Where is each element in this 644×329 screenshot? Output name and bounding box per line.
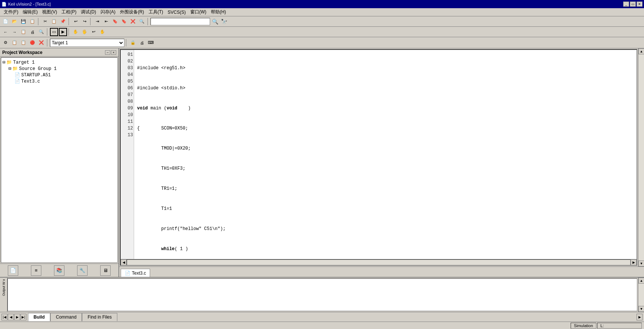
tb-remove-bm[interactable]: ❌	[129, 17, 137, 26]
tree-text3-file[interactable]: 📄 Text3.c	[3, 78, 116, 84]
panel-pin-button[interactable]: –	[105, 50, 110, 55]
ln-01: 01	[121, 51, 133, 58]
panel-btn-chip[interactable]: 🖥	[100, 265, 111, 276]
output-side: x Output W	[0, 278, 7, 312]
output-vscroll-track[interactable]	[638, 284, 644, 306]
tb-t3[interactable]: 📋	[19, 39, 28, 47]
tb-run[interactable]: ▶	[59, 28, 67, 36]
output-tab-build[interactable]: Build	[28, 313, 50, 321]
hscroll-left[interactable]: ◀	[121, 259, 127, 265]
panel-title-bar: Project Workspace – ×	[0, 48, 118, 57]
menu-edit[interactable]: 编辑(E)	[20, 8, 40, 16]
hscroll-track[interactable]	[127, 259, 631, 265]
tb-bookmark2[interactable]: 🔖	[120, 17, 128, 26]
tb-t7[interactable]: 🖨	[138, 39, 146, 47]
tb-paste[interactable]: 📌	[59, 17, 67, 26]
menu-debug[interactable]: 调试(D)	[79, 8, 98, 16]
tb-t6[interactable]: 🔒	[129, 39, 137, 47]
code-line-4: { SCON=0X50;	[137, 125, 634, 132]
editor-scroll-container: 01 02 03 04 05 06 07 08 09 10 11 12	[121, 50, 637, 259]
menu-svcs[interactable]: SVCS(S)	[165, 9, 188, 16]
output-tab-scroll-right[interactable]: ▶	[637, 314, 643, 320]
tree-text3-label: Text3.c	[21, 79, 40, 84]
tree-sg-label: Source Group 1	[19, 66, 57, 71]
maximize-button[interactable]: ▭	[630, 1, 636, 7]
close-button[interactable]: ✕	[637, 1, 643, 7]
output-tab-find[interactable]: Find in Files	[82, 313, 117, 321]
code-line-2: #include <stdio.h>	[137, 85, 634, 92]
vscroll-up[interactable]: ▲	[638, 48, 644, 54]
panel-btn-tool[interactable]: 🔧	[77, 265, 88, 276]
tb-open[interactable]: 📂	[10, 17, 19, 26]
tb-rect[interactable]: ▭	[50, 28, 58, 36]
tb-new[interactable]: 📄	[1, 17, 10, 26]
output-nav-first[interactable]: |◀	[1, 314, 7, 320]
tb-search-btn[interactable]: 🔍	[211, 17, 219, 26]
panel-btn-book[interactable]: 📚	[54, 265, 64, 276]
tb-hand1[interactable]: ✋	[72, 28, 80, 36]
tb-nav-fwd[interactable]: →	[10, 28, 19, 36]
tree-source-group1[interactable]: ⊟ 📁 Source Group 1	[3, 66, 116, 72]
menu-window[interactable]: 窗口(W)	[188, 8, 209, 16]
tb-cut[interactable]: ✂	[41, 17, 49, 26]
panel-btn-list[interactable]: ≡	[31, 265, 41, 276]
tb-print[interactable]: 🖨	[28, 28, 37, 36]
output-content[interactable]	[7, 278, 637, 311]
tb-copy[interactable]: 📋	[50, 17, 58, 26]
menu-view[interactable]: 视图(V)	[40, 8, 59, 16]
editor-area[interactable]: 01 02 03 04 05 06 07 08 09 10 11 12	[120, 49, 637, 266]
editor-tab-text3c[interactable]: 📄 Text3.c	[121, 269, 150, 277]
tb-nav3[interactable]: 📋	[19, 28, 28, 36]
toolbar-nav: ← → 📋 🖨 🔍 ▭ ▶ ✋ 🖐 ↩ ✋	[0, 27, 644, 37]
output-nav-last[interactable]: ▶|	[20, 314, 26, 320]
panel-btn-file[interactable]: 📄	[8, 265, 18, 276]
tb-redo[interactable]: ↪	[80, 17, 89, 26]
output-nav-next[interactable]: ▶	[14, 314, 20, 320]
tb-unindent[interactable]: ⇤	[102, 17, 110, 26]
menu-project[interactable]: 工程(P)	[59, 8, 79, 16]
tb-save[interactable]: 💾	[19, 17, 28, 26]
toolbar-separator-8	[126, 39, 127, 47]
output-tab-command[interactable]: Command	[50, 313, 82, 321]
tb-t5[interactable]: ❌	[37, 39, 45, 47]
tb-undo[interactable]: ↩	[72, 17, 80, 26]
tb-t1[interactable]: ⚙	[1, 39, 10, 47]
target-selector[interactable]: Target 1	[50, 39, 124, 47]
output-body-row: x Output W ▲ ▼	[0, 278, 644, 312]
tb-t2[interactable]: 📋	[10, 39, 19, 47]
tb-zoom[interactable]: 🔍	[37, 28, 45, 36]
output-vscroll-up[interactable]: ▲	[638, 278, 644, 284]
menu-tools[interactable]: 工具(T)	[146, 8, 165, 16]
tb-indent[interactable]: ⇥	[93, 17, 101, 26]
hscroll-right[interactable]: ▶	[631, 259, 637, 265]
ln-11: 11	[121, 118, 133, 125]
tb-search-next[interactable]: 🔭	[220, 17, 228, 26]
code-content[interactable]: #include <reg51.h> #include <stdio.h> vo…	[134, 50, 637, 259]
menu-file[interactable]: 文件(F)	[1, 8, 20, 16]
tb-hand4[interactable]: ✋	[98, 28, 107, 36]
tb-find-icon[interactable]: 🔍	[138, 17, 146, 26]
vscroll-down[interactable]: ▼	[638, 261, 644, 266]
tb-nav-back[interactable]: ←	[1, 28, 10, 36]
tb-save-all[interactable]: 📋	[28, 17, 37, 26]
title-bar: 📄 Keil uVision2 - [Text3.c] _ ▭ ✕	[0, 0, 644, 8]
tb-bookmark[interactable]: 🔖	[111, 17, 119, 26]
tree-target1[interactable]: ⊟ 📁 Target 1	[3, 59, 116, 66]
output-nav-prev[interactable]: ◀	[8, 314, 14, 320]
output-vscroll-down[interactable]: ▼	[638, 306, 644, 312]
tb-t8[interactable]: ⌨	[147, 39, 155, 47]
tree-startup-file[interactable]: 📄 STARTUP.A51	[3, 72, 116, 78]
menu-peripherals[interactable]: 外围设备(R)	[118, 8, 146, 16]
menu-bar: 文件(F) 编辑(E) 视图(V) 工程(P) 调试(D) 闪存(A) 外围设备…	[0, 8, 644, 16]
tb-hand2[interactable]: 🖐	[80, 28, 89, 36]
vscroll-track[interactable]	[638, 54, 644, 261]
tb-hand3[interactable]: ↩	[89, 28, 98, 36]
toolbar-separator-2	[69, 18, 70, 25]
panel-close-button[interactable]: ×	[111, 50, 116, 55]
tb-t4[interactable]: 🔴	[28, 39, 37, 47]
menu-help[interactable]: 帮助(H)	[209, 8, 228, 16]
menu-flash[interactable]: 闪存(A)	[98, 8, 118, 16]
search-input[interactable]	[150, 18, 210, 25]
status-simulation: Simulation	[571, 323, 596, 329]
minimize-button[interactable]: _	[623, 1, 629, 7]
